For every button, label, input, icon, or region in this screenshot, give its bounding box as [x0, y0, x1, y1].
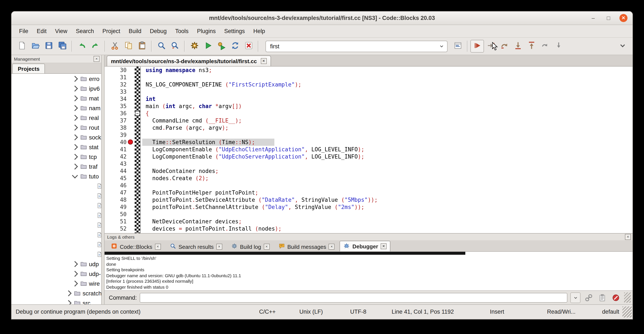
- logs-tab-build-messages[interactable]: Build messages×: [274, 242, 338, 251]
- menu-debug[interactable]: Debug: [146, 27, 171, 36]
- open-file-button[interactable]: [28, 40, 42, 53]
- tree-item-ipv6[interactable]: ipv6: [12, 84, 101, 93]
- code-line-45[interactable]: 45 nodes.Create (2);: [104, 175, 632, 182]
- cut-button[interactable]: [108, 40, 122, 53]
- chevron-down-icon[interactable]: [436, 43, 447, 49]
- chevron-right-icon[interactable]: [72, 280, 78, 286]
- save-all-button[interactable]: [56, 40, 69, 53]
- chevron-down-icon[interactable]: [72, 172, 78, 178]
- debugger-log-line[interactable]: Debugger finished with status 0: [104, 284, 632, 290]
- tree-item-se[interactable]: se: [12, 230, 101, 239]
- logs-tab-code-blocks[interactable]: Code::Blocks×: [107, 242, 164, 251]
- code-line-42[interactable]: 42 LogComponentEnable ("UdpEchoServerApp…: [104, 153, 632, 160]
- abort-build-button[interactable]: [242, 40, 255, 53]
- title-bar[interactable]: mnt/dev/tools/source/ns-3-dev/examples/t…: [12, 12, 632, 25]
- next-instruction-button[interactable]: [538, 40, 552, 53]
- code-line-51[interactable]: 51 NetDeviceContainer devices;: [104, 218, 632, 225]
- chevron-right-icon[interactable]: [72, 105, 78, 111]
- code-line-52[interactable]: 52 devices = pointToPoint.Install (nodes…: [104, 225, 632, 232]
- chevron-right-icon[interactable]: [72, 271, 78, 276]
- build-target-button[interactable]: [451, 40, 464, 53]
- logs-close-icon[interactable]: ×: [625, 234, 631, 240]
- logs-tab-close-icon[interactable]: ×: [264, 244, 270, 250]
- fold-collapse-icon[interactable]: [135, 111, 140, 116]
- code-line-36[interactable]: 36{: [104, 110, 632, 117]
- code-line-40[interactable]: 40 Time::SetResolution (Time::NS);: [104, 139, 632, 146]
- menu-view[interactable]: View: [51, 27, 72, 36]
- tree-item-fir[interactable]: fir: [12, 191, 101, 200]
- menu-edit[interactable]: Edit: [32, 27, 51, 36]
- command-input[interactable]: [140, 293, 567, 302]
- management-close-icon[interactable]: ×: [94, 56, 100, 62]
- code-line-43[interactable]: 43: [104, 160, 632, 167]
- logs-tab-close-icon[interactable]: ×: [329, 244, 335, 250]
- code-line-30[interactable]: 30using namespace ns3;: [104, 67, 632, 74]
- chevron-right-icon[interactable]: [72, 163, 78, 169]
- code-line-38[interactable]: 38 cmd.Parse (argc, argv);: [104, 124, 632, 131]
- chevron-right-icon[interactable]: [66, 290, 72, 296]
- chevron-right-icon[interactable]: [72, 76, 78, 82]
- tree-item-mat[interactable]: mat: [12, 93, 101, 103]
- minimize-button[interactable]: –: [589, 14, 598, 22]
- tree-item-src[interactable]: src: [12, 298, 101, 304]
- tree-item-stat[interactable]: stat: [12, 142, 101, 152]
- menu-build[interactable]: Build: [124, 27, 146, 36]
- code-line-37[interactable]: 37 CommandLine cmd (__FILE__);: [104, 117, 632, 124]
- debugger-log-selected-row[interactable]: [104, 252, 465, 255]
- tree-item-traf[interactable]: traf: [12, 161, 101, 171]
- code-line-46[interactable]: 46: [104, 182, 632, 189]
- tab-projects[interactable]: Projects: [12, 64, 45, 73]
- debug-continue-button[interactable]: [470, 40, 484, 53]
- code-line-34[interactable]: 34int: [104, 95, 632, 103]
- logs-tab-debugger[interactable]: Debugger×: [340, 241, 390, 251]
- logs-tab-build-log[interactable]: Build log×: [227, 242, 273, 251]
- editor-tab-first-cc[interactable]: mnt/dev/tools/source/ns-3-dev/examples/t…: [107, 56, 271, 66]
- debugger-log-line[interactable]: Debugger name and version: GNU gdb (Ubun…: [104, 273, 632, 278]
- logs-tab-close-icon[interactable]: ×: [381, 243, 386, 249]
- tree-item-fif[interactable]: fif: [12, 181, 101, 191]
- menu-plugins[interactable]: Plugins: [193, 27, 220, 36]
- debugger-log-line[interactable]: Setting SHELL to '/bin/sh': [104, 256, 632, 261]
- code-line-50[interactable]: 50: [104, 211, 632, 218]
- copy-button[interactable]: [122, 40, 135, 53]
- menu-tools[interactable]: Tools: [171, 27, 193, 36]
- code-line-47[interactable]: 47 PointToPointHelper pointToPoint;: [104, 189, 632, 196]
- tree-item-nam[interactable]: nam: [12, 103, 101, 113]
- tree-item-tuto[interactable]: tuto: [12, 171, 101, 181]
- code-line-32[interactable]: 32NS_LOG_COMPONENT_DEFINE ("FirstScriptE…: [104, 81, 632, 88]
- build-target-combo[interactable]: first: [266, 41, 448, 52]
- tree-item-scratch[interactable]: scratch: [12, 288, 101, 298]
- panel-splitter[interactable]: [102, 55, 104, 304]
- find-button[interactable]: [154, 40, 168, 53]
- panel-resize-grip[interactable]: [624, 292, 631, 303]
- logs-tab-close-icon[interactable]: ×: [216, 244, 222, 250]
- code-editor[interactable]: 30using namespace ns3;3132NS_LOG_COMPONE…: [104, 67, 632, 233]
- menu-project[interactable]: Project: [98, 27, 124, 36]
- debugger-log-line[interactable]: [Inferior 1 (process 236345) exited norm…: [104, 278, 632, 284]
- redo-button[interactable]: [88, 40, 102, 53]
- code-line-39[interactable]: 39: [104, 131, 632, 139]
- code-line-35[interactable]: 35main (int argc, char *argv[]): [104, 103, 632, 110]
- attach-link-icon[interactable]: [584, 292, 594, 303]
- code-line-44[interactable]: 44 NodeContainer nodes;: [104, 167, 632, 175]
- debugger-log-line[interactable]: done: [104, 261, 632, 267]
- step-into-button[interactable]: [511, 40, 524, 53]
- step-into-instruction-button[interactable]: [552, 40, 565, 53]
- menu-search[interactable]: Search: [72, 27, 98, 36]
- chevron-right-icon[interactable]: [72, 124, 78, 130]
- code-line-48[interactable]: 48 pointToPoint.SetDeviceAttribute ("Dat…: [104, 196, 632, 203]
- run-button[interactable]: [201, 40, 215, 53]
- save-button[interactable]: [42, 40, 56, 53]
- chevron-right-icon[interactable]: [72, 115, 78, 121]
- code-line-49[interactable]: 49 pointToPoint.SetChannelAttribute ("De…: [104, 203, 632, 211]
- tree-item-udp-[interactable]: udp-: [12, 269, 101, 278]
- clipboard-icon[interactable]: [597, 292, 608, 303]
- tree-item-th[interactable]: th: [12, 249, 101, 259]
- tree-item-erro[interactable]: erro: [12, 74, 101, 84]
- tree-item-he[interactable]: he: [12, 210, 101, 220]
- window-resize-grip[interactable]: [622, 306, 632, 317]
- menu-file[interactable]: File: [15, 27, 32, 36]
- tree-item-se[interactable]: se: [12, 220, 101, 230]
- chevron-right-icon[interactable]: [72, 95, 78, 101]
- tree-item-fo[interactable]: fo: [12, 200, 101, 210]
